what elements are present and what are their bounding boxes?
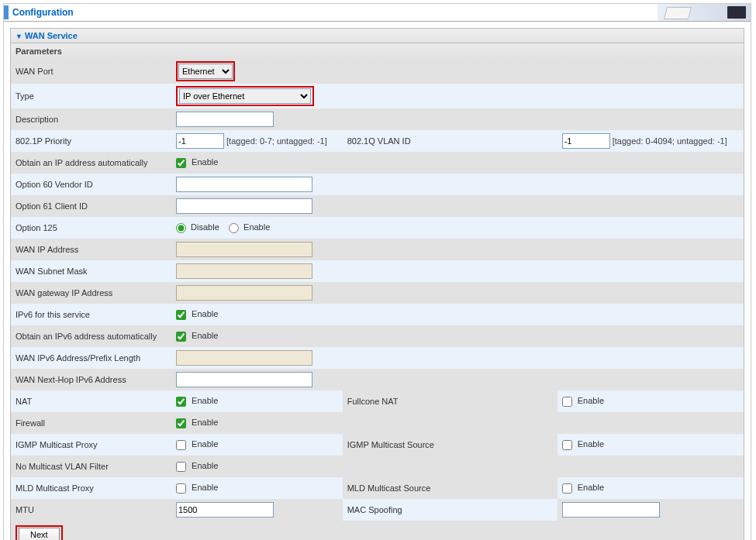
label-wan-gw: WAN gateway IP Address xyxy=(11,282,171,304)
panel-title: WAN Service xyxy=(25,31,78,40)
label-obtain-ipv6: Obtain an IPv6 address automatically xyxy=(11,325,171,347)
page-title: Configuration xyxy=(12,7,74,18)
label-no-mcast-vlan: No Multicast VLAN Filter xyxy=(11,456,171,477)
label-igmp-source: IGMP Multicast Source xyxy=(343,434,558,456)
no-mcast-vlan-opt: Enable xyxy=(192,461,218,470)
8021q-input[interactable] xyxy=(562,133,610,149)
panel-footer: Next xyxy=(11,521,744,540)
next-button[interactable]: Next xyxy=(19,528,60,540)
highlight-wan-port: Ethernet xyxy=(176,61,235,81)
igmp-source-opt: Enable xyxy=(578,439,604,449)
mld-source-checkbox[interactable] xyxy=(562,483,572,494)
ipv6-svc-opt: Enable xyxy=(192,309,218,318)
label-fullcone: Fullcone NAT xyxy=(343,390,558,412)
opt61-input[interactable] xyxy=(176,198,312,214)
label-mld-proxy: MLD Multicast Proxy xyxy=(11,477,171,499)
wan-ip-input xyxy=(176,242,312,257)
opt125-enable-radio[interactable] xyxy=(229,223,239,233)
wan-gw-input xyxy=(176,285,312,301)
label-wan-port: WAN Port xyxy=(11,59,171,84)
label-nat: NAT xyxy=(11,390,171,412)
obtain-ipv6-opt: Enable xyxy=(192,331,218,340)
label-wan-nexthop: WAN Next-Hop IPv6 Address xyxy=(11,369,171,390)
ipv6-svc-checkbox[interactable] xyxy=(176,310,186,320)
parameters-table: WAN Port Ethernet Type IP over Ethernet xyxy=(11,59,744,521)
label-type: Type xyxy=(11,84,171,108)
type-select[interactable]: IP over Ethernet xyxy=(179,88,311,104)
label-8021p: 802.1P Priority xyxy=(11,130,171,152)
label-mtu: MTU xyxy=(11,499,171,521)
label-opt61: Option 61 Client ID xyxy=(11,195,171,217)
parameters-header: Parameters xyxy=(11,43,744,59)
8021p-hint: [tagged: 0-7; untagged: -1] xyxy=(226,136,327,146)
description-input[interactable] xyxy=(176,112,274,127)
label-wan-ip: WAN IP Address xyxy=(11,239,171,260)
igmp-source-checkbox[interactable] xyxy=(562,440,572,450)
label-mac-spoof: MAC Spoofing xyxy=(343,499,558,521)
obtain-ipv6-checkbox[interactable] xyxy=(176,332,186,342)
wan-mask-input xyxy=(176,263,312,279)
wan-port-select[interactable]: Ethernet xyxy=(178,64,233,79)
wan-ipv6-prefix-input xyxy=(176,350,312,366)
collapse-triangle-icon: ▼ xyxy=(16,33,22,40)
mld-proxy-opt: Enable xyxy=(192,483,218,492)
label-firewall: Firewall xyxy=(11,412,171,434)
highlight-type: IP over Ethernet xyxy=(176,86,314,106)
fullcone-opt: Enable xyxy=(578,396,604,405)
obtain-ip-opt: Enable xyxy=(192,157,218,167)
nat-checkbox[interactable] xyxy=(176,397,186,407)
label-description: Description xyxy=(11,108,171,130)
mld-source-opt: Enable xyxy=(578,483,604,492)
title-bar: Configuration xyxy=(4,4,751,22)
8021p-input[interactable] xyxy=(176,133,224,149)
label-mld-source: MLD Multicast Source xyxy=(343,477,558,499)
opt125-disable-radio[interactable] xyxy=(176,223,186,233)
wan-nexthop-input[interactable] xyxy=(176,372,312,387)
mtu-input[interactable] xyxy=(176,502,274,518)
opt60-input[interactable] xyxy=(176,177,312,192)
label-igmp-proxy: IGMP Multicast Proxy xyxy=(11,434,171,456)
label-wan-mask: WAN Subnet Mask xyxy=(11,260,171,282)
igmp-proxy-opt: Enable xyxy=(192,439,218,449)
igmp-proxy-checkbox[interactable] xyxy=(176,440,186,450)
label-obtain-ip: Obtain an IP address automatically xyxy=(11,152,171,174)
firewall-opt: Enable xyxy=(192,418,218,427)
8021q-hint: [tagged: 0-4094; untagged: -1] xyxy=(613,136,727,146)
label-8021q: 802.1Q VLAN ID xyxy=(343,130,558,152)
mld-proxy-checkbox[interactable] xyxy=(176,483,186,494)
config-window: Configuration ▼WAN Service Parameters WA… xyxy=(3,3,751,540)
mac-spoof-input[interactable] xyxy=(562,502,660,518)
obtain-ip-checkbox[interactable] xyxy=(176,158,186,168)
opt125-disable-label: Disable xyxy=(191,222,219,232)
label-wan-ipv6-prefix: WAN IPv6 Address/Prefix Length xyxy=(11,347,171,369)
label-opt125: Option 125 xyxy=(11,217,171,239)
fullcone-checkbox[interactable] xyxy=(562,397,572,407)
firewall-checkbox[interactable] xyxy=(176,418,186,428)
wan-service-panel: ▼WAN Service Parameters WAN Port Etherne… xyxy=(10,28,744,540)
title-marker xyxy=(4,5,9,19)
label-opt60: Option 60 Vendor ID xyxy=(11,174,171,195)
highlight-next: Next xyxy=(16,525,63,540)
panel-header[interactable]: ▼WAN Service xyxy=(11,29,744,43)
opt125-enable-label: Enable xyxy=(243,222,270,232)
header-banner-image xyxy=(658,4,751,21)
nat-opt: Enable xyxy=(192,396,218,405)
no-mcast-vlan-checkbox[interactable] xyxy=(176,462,186,472)
label-ipv6-svc: IPv6 for this service xyxy=(11,304,171,325)
